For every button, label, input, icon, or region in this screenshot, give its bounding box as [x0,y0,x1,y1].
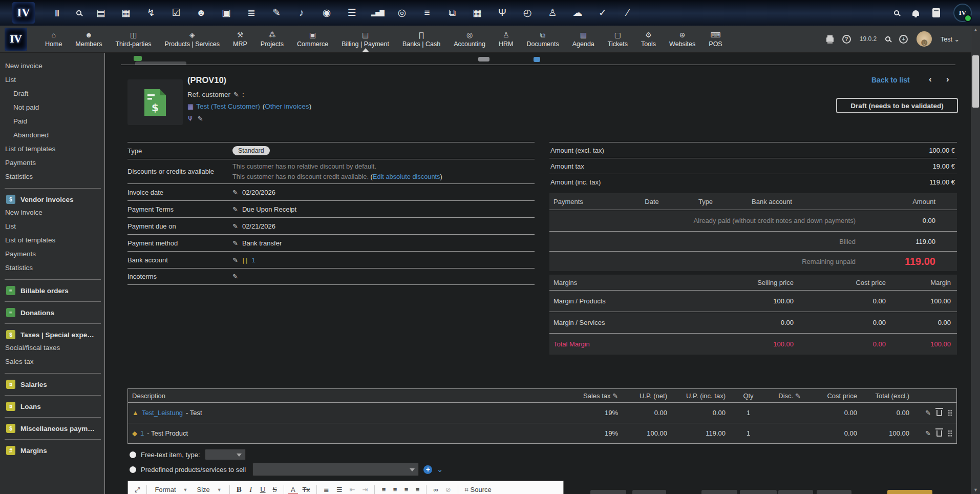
spreadsheet-icon[interactable]: ▦ [472,8,483,18]
nav-item-projects[interactable]: ⁂Projects [254,26,290,52]
app-grid-icon[interactable]: ||| [51,8,62,18]
action-button-partial[interactable] [740,490,777,494]
sidebar-section-taxes-special-expe-[interactable]: $Taxes | Special expe… [0,328,104,341]
nav-item-hrm[interactable]: ♙HRM [492,26,520,52]
edit-sales-tax-icon[interactable]: ✎ [612,392,618,400]
feed-icon[interactable]: ≡ [421,8,433,18]
action-button-partial[interactable] [778,490,813,494]
edit-project-icon[interactable]: ✎ [198,115,203,122]
line-ref-link[interactable]: Test_Leistung [142,409,183,417]
stats-icon[interactable]: ▂▅▇ [371,8,382,18]
bullet-list-button[interactable]: ☰ [334,485,345,494]
primary-action-button-partial[interactable] [887,490,932,494]
sidebar-section-vendor-invoices[interactable]: $Vendor invoices [0,193,104,205]
underline-button[interactable]: U [258,484,268,494]
nav-item-agenda[interactable]: ▦Agenda [566,26,601,52]
drag-line-icon[interactable] [948,430,952,437]
nav-item-commerce[interactable]: ▣Commerce [290,26,335,52]
dining-icon[interactable]: Ψ [497,8,508,18]
sidebar-item-list[interactable]: List [0,73,104,87]
edit-absolute-discounts-link[interactable]: Edit absolute discounts [373,173,440,180]
nav-item-products-services[interactable]: ◈Products | Services [158,26,226,52]
scrollbar-thumb[interactable] [972,55,979,108]
predefined-product-select[interactable] [252,463,419,476]
sidebar-item-not-paid[interactable]: Not paid [0,100,104,114]
page-scrollbar[interactable]: ▲ ▼ [971,26,980,494]
align-right-button[interactable]: ≡ [401,485,411,494]
tab-remnant-link[interactable] [534,57,540,62]
help-icon[interactable]: ? [842,35,851,44]
nav-item-billing-payment[interactable]: ▤Billing | Payment [335,26,396,52]
edit-disc-icon[interactable]: ✎ [795,392,801,400]
contacts-card-icon[interactable] [932,8,940,17]
sidebar-item-list-of-templates[interactable]: List of templates [0,142,104,156]
nav-item-tools[interactable]: ⚙Tools [634,26,663,52]
delete-line-icon[interactable] [936,410,942,416]
nav-item-third-parties[interactable]: ◫Third-parties [109,26,158,52]
account-avatar[interactable]: IV [953,4,972,22]
sidebar-item-list-of-templates[interactable]: List of templates [0,233,104,247]
power-icon[interactable]: ↯ [145,8,157,18]
gallery-icon[interactable]: ▦ [120,8,132,18]
sidebar-item-payments[interactable]: Payments [0,247,104,261]
app-logo[interactable]: IV [5,28,27,51]
cleanup-icon[interactable]: ∕ [622,8,633,18]
other-invoices-link[interactable]: Other invoices [265,102,309,110]
os-logo[interactable]: IV [12,2,35,24]
outdent-button[interactable]: ⇤ [347,485,358,494]
unlink-button[interactable]: ⊘ [443,485,454,494]
format-select[interactable]: Format▼ [151,485,191,494]
tasks-icon[interactable]: ☑ [171,8,182,18]
sidebar-item-new-invoice[interactable]: New invoice [0,205,104,219]
global-search-icon[interactable] [885,36,890,42]
nav-item-websites[interactable]: ⊕Websites [663,26,702,52]
edit-bank-account-icon[interactable]: ✎ [232,257,238,263]
edit-payment-terms-icon[interactable]: ✎ [232,206,238,213]
notifications-icon[interactable] [912,10,919,16]
sidebar-item-paid[interactable]: Paid [0,114,104,128]
nav-item-tickets[interactable]: ▢Tickets [601,26,634,52]
sidebar-item-draft[interactable]: Draft [0,87,104,100]
scroll-down-icon[interactable]: ▼ [973,487,978,492]
edit-incoterms-icon[interactable]: ✎ [232,273,238,280]
text-color-button[interactable]: A [288,485,298,494]
stack-icon[interactable]: ≣ [246,8,257,18]
files-icon[interactable]: ▤ [95,8,106,18]
align-justify-button[interactable]: ≡ [413,485,422,494]
nav-item-accounting[interactable]: ◎Accounting [447,26,492,52]
free-text-radio[interactable] [130,451,136,458]
edit-payment-due-on-icon[interactable]: ✎ [232,223,238,230]
list-icon[interactable]: ☰ [346,8,357,18]
assistant-icon[interactable]: ♙ [547,8,558,18]
italic-button[interactable]: I [246,484,255,494]
edit-invoice-date-icon[interactable]: ✎ [232,189,238,196]
sidebar-item-payments[interactable]: Payments [0,156,104,170]
sidebar-item-sales-tax[interactable]: Sales tax [0,355,104,368]
line-ref-link[interactable]: 1 [140,429,144,437]
sidebar-section-donations[interactable]: ≡Donations [0,306,104,319]
sidebar-item-social-fiscal-taxes[interactable]: Social/fiscal taxes [0,341,104,355]
next-record-icon[interactable]: › [946,74,949,85]
edit-ref-icon[interactable]: ✎ [233,91,239,98]
nav-item-home[interactable]: ⌂Home [38,26,69,52]
edit-payment-method-icon[interactable]: ✎ [232,240,238,246]
nav-item-banks-cash[interactable]: ∏Banks | Cash [396,26,447,52]
sidebar-section-miscellaneous-paym-[interactable]: $Miscellaneous paym… [0,422,104,435]
edit-line-icon[interactable]: ✎ [925,409,931,416]
weather-icon[interactable]: ☁ [572,8,583,18]
align-left-button[interactable]: ≡ [379,485,388,494]
meter-icon[interactable]: ◴ [522,8,533,18]
sidebar-item-statistics[interactable]: Statistics [0,261,104,275]
user-avatar[interactable]: ☻ [917,31,932,47]
nav-item-documents[interactable]: ⧉Documents [520,26,565,52]
sidebar-item-statistics[interactable]: Statistics [0,170,104,183]
source-button[interactable]: ⌗ Source [462,485,494,494]
sidebar-item-new-invoice[interactable]: New invoice [0,59,104,73]
delete-line-icon[interactable] [936,430,942,437]
align-center-button[interactable]: ≡ [390,485,399,494]
search-icon[interactable] [894,10,899,15]
nav-item-members[interactable]: ☻Members [69,26,109,52]
sidebar-section-loans[interactable]: ¤Loans [0,400,104,413]
sidebar-item-list[interactable]: List [0,219,104,233]
edit-line-icon[interactable]: ✎ [925,430,931,437]
